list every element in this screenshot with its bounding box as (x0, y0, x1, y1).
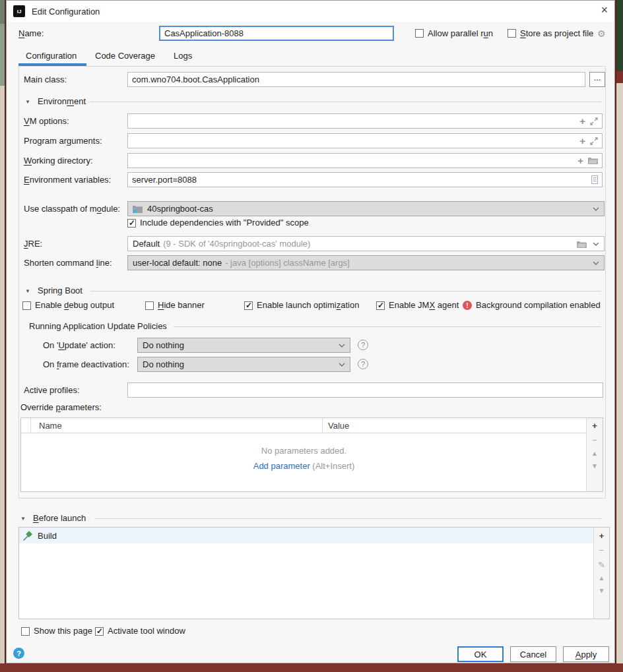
before-launch-item-label: Build (38, 531, 57, 541)
activate-tool-window-checkbox[interactable] (95, 627, 104, 636)
shorten-hint: - java [options] className [args] (225, 258, 350, 268)
override-parameters-table: Name Value No parameters added. Add para… (20, 417, 603, 492)
add-parameter-link[interactable]: Add parameter (253, 461, 310, 471)
folder-icon[interactable] (588, 157, 598, 164)
main-class-input[interactable] (132, 73, 581, 86)
name-field[interactable] (159, 26, 394, 41)
help-icon[interactable]: ? (13, 648, 24, 659)
spring-boot-collapse-icon[interactable]: ▼ (25, 288, 30, 294)
vm-options-input[interactable] (132, 114, 575, 128)
before-launch-list: Build + − ✎ ▲ ▼ (18, 527, 610, 619)
folder-icon[interactable] (577, 241, 587, 248)
hide-banner-checkbox[interactable] (145, 301, 154, 310)
edit-configuration-dialog: IJ Edit Configuration × Name: Allow para… (6, 0, 615, 663)
add-macro-icon[interactable]: + (577, 156, 583, 165)
before-launch-item-build[interactable]: Build (19, 528, 594, 543)
hide-banner-label[interactable]: Hide banner (158, 300, 205, 310)
tab-logs[interactable]: Logs (174, 51, 192, 61)
apply-button[interactable]: Apply (563, 646, 609, 662)
add-parameter-row: Add parameter (Alt+Insert) (21, 461, 587, 471)
include-provided-label[interactable]: Include dependencies with "Provided" sco… (140, 218, 309, 228)
before-launch-section-title: Before launch (33, 513, 86, 523)
close-icon[interactable]: × (601, 3, 608, 17)
table-header: Name Value (21, 418, 587, 433)
move-down-icon[interactable]: ▼ (599, 588, 605, 594)
remove-icon[interactable]: − (592, 436, 597, 444)
include-provided-checkbox[interactable] (127, 219, 136, 228)
store-as-project-file-checkbox[interactable] (508, 29, 516, 38)
desktop-background-bottom (0, 663, 623, 672)
on-update-action-value: Do nothing (143, 340, 184, 350)
main-class-field[interactable] (127, 72, 585, 87)
remove-icon[interactable]: − (599, 546, 605, 555)
environment-variables-label: Environment variables: (24, 175, 111, 185)
add-icon[interactable]: + (599, 532, 605, 540)
tab-configuration[interactable]: Configuration (26, 51, 77, 61)
show-this-page-label[interactable]: Show this page (34, 626, 92, 636)
shorten-command-line-combo[interactable]: user-local default: none - java [options… (127, 255, 605, 270)
module-icon (133, 205, 143, 213)
tab-code-coverage[interactable]: Code Coverage (95, 51, 155, 61)
module-classpath-value: 40springboot-cas (147, 204, 213, 214)
add-parameter-shortcut: (Alt+Insert) (312, 461, 354, 471)
program-arguments-field[interactable]: + (127, 133, 603, 148)
column-header-value: Value (323, 418, 587, 433)
desktop-background-left (0, 0, 6, 672)
enable-launch-optimization-label[interactable]: Enable launch optimization (257, 300, 359, 310)
window-title: Edit Configuration (32, 7, 100, 16)
move-up-icon[interactable]: ▲ (591, 450, 598, 457)
expand-icon[interactable] (590, 137, 598, 145)
add-icon[interactable]: + (592, 421, 597, 430)
override-parameters-label: Override parameters: (20, 402, 102, 412)
enable-jmx-agent-checkbox[interactable] (376, 301, 385, 310)
desktop-background-right (615, 0, 623, 672)
environment-variables-input[interactable] (132, 173, 587, 187)
program-arguments-input[interactable] (132, 134, 575, 148)
edit-pencil-icon[interactable]: ✎ (598, 561, 605, 569)
enable-debug-output-label[interactable]: Enable debug output (35, 300, 114, 310)
environment-variables-field[interactable] (127, 172, 603, 187)
jre-combo[interactable]: Default (9 - SDK of '40springboot-cas' m… (127, 236, 605, 251)
chevron-down-icon (339, 363, 345, 367)
main-class-browse-button[interactable]: ... (589, 72, 605, 87)
ok-button[interactable]: OK (457, 646, 504, 662)
environment-collapse-icon[interactable]: ▼ (25, 99, 30, 105)
move-up-icon[interactable]: ▲ (599, 575, 605, 582)
enable-debug-output-checkbox[interactable] (22, 301, 31, 310)
name-input[interactable] (164, 27, 389, 40)
enable-launch-optimization-checkbox[interactable] (244, 301, 253, 310)
help-question-icon[interactable]: ? (358, 359, 368, 369)
jre-value: Default (133, 239, 160, 249)
module-classpath-combo[interactable]: 40springboot-cas (127, 201, 605, 216)
active-profiles-field[interactable] (127, 382, 603, 398)
expand-icon[interactable] (590, 117, 598, 125)
jre-label: JRE: (24, 239, 42, 249)
activate-tool-window-label[interactable]: Activate tool window (108, 626, 185, 636)
allow-parallel-run-checkbox[interactable] (415, 29, 424, 38)
allow-parallel-run-label[interactable]: Allow parallel run (428, 28, 493, 38)
before-launch-collapse-icon[interactable]: ▼ (20, 516, 26, 522)
on-update-action-combo[interactable]: Do nothing (137, 338, 350, 353)
update-policies-title: Running Application Update Policies (29, 321, 167, 331)
spring-boot-section-title: Spring Boot (38, 286, 82, 295)
name-label: Name: (18, 28, 44, 38)
working-directory-field[interactable]: + (127, 153, 603, 168)
section-divider (174, 326, 601, 327)
help-question-icon[interactable]: ? (358, 340, 368, 350)
enable-jmx-agent-label[interactable]: Enable JMX agent (389, 300, 459, 310)
move-down-icon[interactable]: ▼ (591, 463, 598, 470)
environment-section-title: Environment (38, 96, 86, 106)
add-macro-icon[interactable]: + (579, 117, 585, 125)
browse-variables-icon[interactable] (591, 175, 598, 184)
chevron-down-icon (593, 261, 599, 265)
column-header-name: Name (31, 418, 323, 433)
cancel-button[interactable]: Cancel (510, 646, 556, 662)
on-frame-deactivation-combo[interactable]: Do nothing (137, 357, 350, 372)
active-profiles-input[interactable] (132, 383, 599, 397)
store-as-project-file-label[interactable]: Store as project file (520, 28, 593, 38)
gear-icon[interactable]: ⚙ (597, 29, 606, 38)
show-this-page-checkbox[interactable] (21, 627, 30, 636)
add-macro-icon[interactable]: + (579, 137, 585, 145)
vm-options-field[interactable]: + (127, 113, 603, 129)
working-directory-input[interactable] (132, 154, 573, 168)
